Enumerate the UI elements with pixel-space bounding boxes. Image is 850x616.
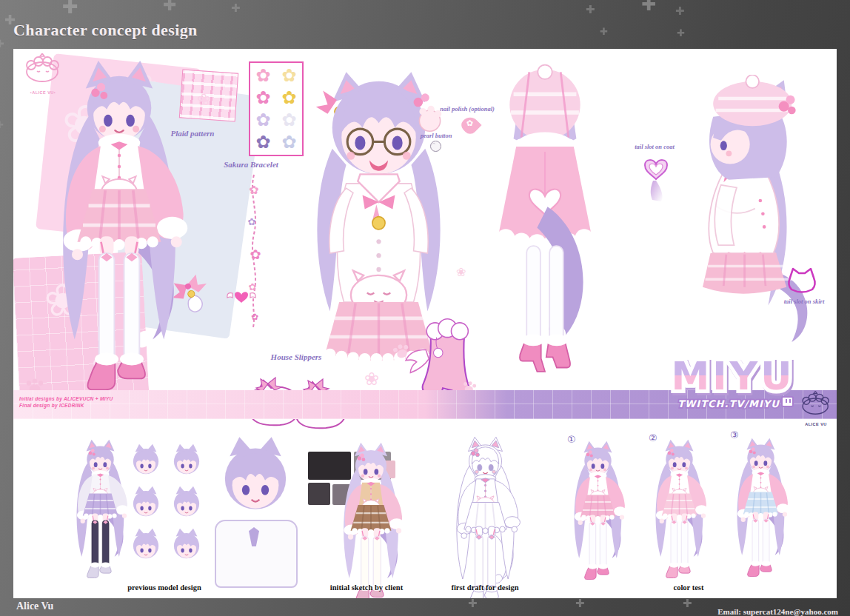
credits-line-1: Initial designs by ALICEVUCN + MIYU [19,395,113,402]
palette-swatch: ✿ [281,111,296,129]
first-draft-figure [443,435,528,598]
footer-artist-name: Alice Vu [16,600,53,612]
label-sakura-bracelet: Sakura Bracelet [199,160,303,169]
figure-front-full [36,58,203,421]
twitch-channel: TWITCH.TV/MIYU [677,398,780,409]
plus-icon [675,6,685,17]
plus-icon [0,120,4,130]
expression-head [167,527,207,567]
label-pearl-button: pearl button [399,132,473,139]
artist-badge-small-label: ALICE VU [797,422,835,426]
previous-model-torso [215,520,298,588]
label-plaid-pattern: Plaid pattern [148,129,237,138]
label-nail-polish: nail polish (optional) [423,105,512,113]
caption-first-draft: first draft for design [451,583,518,592]
plus-icon [575,598,585,609]
label-tail-slot-coat: tail slot on coat [610,143,699,150]
artist-badge: •ALICE VU• [19,53,67,95]
color-test-figure-1 [563,440,633,592]
flower-icon [364,370,379,388]
credits-line-2: Final design by ICEDRINK [19,402,113,409]
palette-swatch: ✿ [255,67,270,84]
artboard: •ALICE VU• ✿✿✿✿✿✿✿✿ Plaid pattern Sakura… [13,49,837,598]
plus-icon [586,4,595,16]
svg-text:✿: ✿ [250,247,261,262]
plus-icon [468,598,478,609]
palette-swatch: ✿ [255,111,270,129]
tail-slot-skirt-drawing [783,267,820,298]
artist-badge-label: •ALICE VU• [19,90,67,95]
caption-initial-sketch: initial sketch by client [330,583,403,592]
expression-sheet [126,443,207,569]
color-test-figure-2 [644,438,715,591]
svg-text:✿: ✿ [251,312,258,322]
previous-model-figure [65,438,135,591]
pearl-button-drawing [430,141,441,152]
plus-icon [231,3,241,14]
client-sketch-figure [330,441,412,598]
palette-swatch: ✿ [281,133,296,151]
expression-head [126,527,166,567]
twitch-icon [782,397,793,406]
page-title: Character concept design [13,21,198,40]
plus-icon [600,27,608,36]
expression-head [167,485,207,525]
label-house-slippers: House Slippers [244,352,348,361]
plus-icon [641,0,656,13]
previous-model-bust [207,434,304,530]
expression-head [126,443,166,483]
artist-badge-small: ALICE VU [797,391,835,426]
expression-head [126,485,166,525]
caption-previous-model: previous model design [127,583,201,592]
color-test-figure-3 [726,437,796,589]
cat-blob-icon [19,53,67,87]
label-tail-slot-skirt: tail slot on skirt [760,298,837,305]
winged-heart-charm [227,287,256,305]
sakura-bracelet-drawing: ✿ ✿ ✿ ✿ ✿ [235,173,272,330]
svg-text:✿: ✿ [248,216,256,227]
palette-swatch: ✿ [255,89,270,107]
caption-color-test: color test [674,583,704,592]
palette-swatch: ✿ [255,133,270,151]
flower-icon [197,92,210,108]
credits: Initial designs by ALICEVUCN + MIYU Fina… [19,395,113,409]
plus-icon [683,598,692,609]
plus-icon [677,28,685,38]
plus-icon [163,0,176,13]
plus-icon [0,38,4,49]
palette-swatch: ✿ [281,89,296,107]
color-palette: ✿✿✿✿✿✿✿✿ [249,61,304,156]
tail-slot-coat-drawing [639,155,673,203]
footer-email: Email: supercat124ne@yahoo.com [717,607,838,616]
figure-side [669,75,837,389]
palette-swatch: ✿ [281,67,296,84]
miyu-logo-text: MIYU [672,354,795,398]
reference-photo [308,483,330,505]
portfolio-page: Character concept design •ALICE VU• ✿✿✿✿… [0,0,850,616]
cat-blob-icon [797,391,835,419]
svg-text:✿: ✿ [249,183,258,197]
flower-icon [456,267,466,278]
plus-icon [62,0,78,16]
expression-head [167,443,207,483]
